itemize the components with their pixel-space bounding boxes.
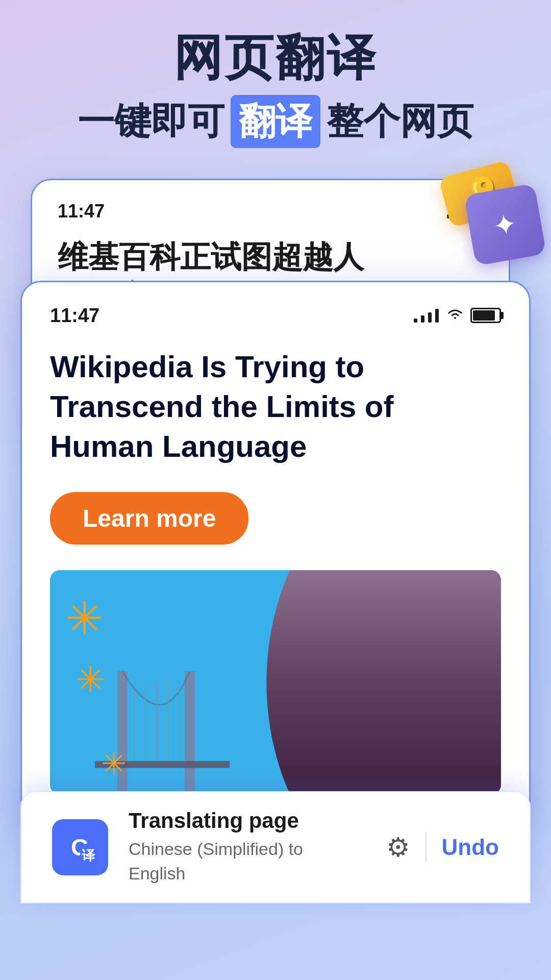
image-composite: ✳ ✳ ✳ — [50, 570, 501, 795]
translation-actions: ⚙ Undo — [386, 832, 499, 863]
translating-title: Translating page — [129, 808, 366, 833]
snowflake-decoration-1: ✳ — [65, 596, 104, 642]
time-chinese: 11:47 — [58, 201, 105, 222]
signal-bar-en — [413, 309, 440, 323]
battery-icon-en — [470, 308, 501, 323]
time-english: 11:47 — [50, 305, 99, 327]
subtitle-highlight: 翻译 — [231, 95, 320, 148]
svg-rect-1 — [185, 671, 195, 795]
snowflake-decoration-3: ✳ — [101, 749, 127, 779]
settings-gear-button[interactable]: ⚙ — [386, 832, 410, 863]
status-bar-english: 11:47 — [50, 305, 501, 327]
subtitle-before: 一键即可 — [78, 97, 224, 146]
english-screen: 11:47 — [20, 281, 531, 822]
phone-area: 🔑 ✦ 11:47 ▶ 维基百科正试图超越人 类语言的限制 11:47 — [20, 179, 531, 903]
learn-more-button[interactable]: Learn more — [50, 492, 248, 545]
purple-card-icon: ✦ — [464, 183, 546, 266]
snowflake-decoration-2: ✳ — [76, 662, 106, 698]
subtitle-after: 整个网页 — [327, 97, 473, 146]
undo-button[interactable]: Undo — [442, 835, 499, 860]
main-title: 网页翻译 — [20, 31, 531, 85]
translation-bar: G 译 Translating page Chinese (Simplified… — [20, 791, 531, 903]
translation-text-block: Translating page Chinese (Simplified) to… — [129, 808, 366, 886]
translating-subtitle: Chinese (Simplified) to English — [129, 837, 366, 886]
header-section: 网页翻译 一键即可 翻译 整个网页 — [0, 0, 551, 163]
wifi-icon-en — [446, 306, 464, 325]
action-divider — [425, 832, 427, 863]
english-article-title: Wikipedia Is Trying to Transcend the Lim… — [50, 347, 501, 467]
translate-3d-decoration: 🔑 ✦ — [434, 158, 546, 260]
google-translate-icon: G 译 — [52, 819, 108, 875]
article-image: ✳ ✳ ✳ — [50, 570, 501, 795]
subtitle-row: 一键即可 翻译 整个网页 — [20, 95, 531, 148]
status-bar-chinese: 11:47 ▶ — [58, 201, 483, 222]
status-icons-english — [413, 306, 501, 325]
